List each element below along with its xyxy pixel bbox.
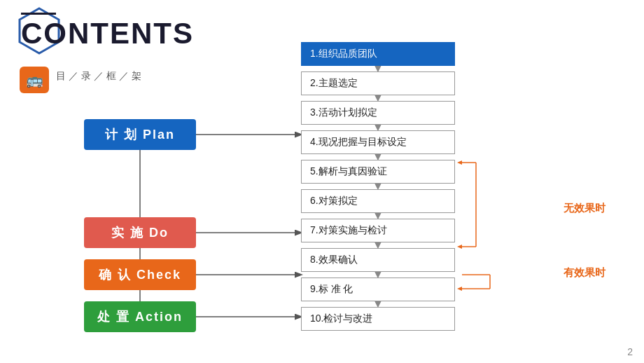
svg-marker-11 [457, 245, 462, 249]
flow-box-2: 2.主题选定 [301, 71, 455, 95]
header: CONTENTS [21, 13, 194, 48]
arrow-9-10: ▼ [301, 301, 455, 307]
flow-box-3: 3.活动计划拟定 [301, 101, 455, 125]
label-action: 处 置 Action [84, 301, 196, 332]
action-label: 处 置 Action [84, 301, 196, 332]
no-effect-label: 无效果时 [564, 202, 606, 215]
label-plan: 计 划 Plan [84, 119, 196, 150]
flow-box-6: 6.对策拟定 [301, 189, 455, 213]
flow-box-8: 8.效果确认 [301, 248, 455, 272]
arrow-1-2: ▼ [301, 66, 455, 71]
svg-marker-15 [457, 287, 462, 291]
flow-box-9: 9.标 准 化 [301, 278, 455, 301]
header-subtitle: 目／录／框／架 [56, 70, 144, 83]
flow-boxes: 1.组织品质团队 ▼ 2.主题选定 ▼ 3.活动计划拟定 ▼ 4.现况把握与目标… [301, 42, 455, 331]
page-number: 2 [627, 346, 633, 357]
arrow-6-7: ▼ [301, 213, 455, 219]
flow-box-1: 1.组织品质团队 [301, 42, 455, 66]
svg-marker-10 [457, 160, 462, 165]
label-do: 实 施 Do [84, 217, 196, 248]
flow-box-5: 5.解析与真因验证 [301, 160, 455, 184]
arrow-4-5: ▼ [301, 154, 455, 160]
header-line [21, 13, 56, 15]
plan-label: 计 划 Plan [84, 119, 196, 150]
label-check: 确 认 Check [84, 259, 196, 290]
arrow-7-8: ▼ [301, 242, 455, 248]
do-label: 实 施 Do [84, 217, 196, 248]
check-label: 确 认 Check [84, 259, 196, 290]
arrow-5-6: ▼ [301, 184, 455, 189]
flow-box-10: 10.检讨与改进 [301, 307, 455, 331]
arrow-2-3: ▼ [301, 95, 455, 101]
bus-icon: 🚌 [20, 67, 49, 93]
effect-label: 有效果时 [564, 266, 606, 280]
arrow-3-4: ▼ [301, 125, 455, 130]
header-title: CONTENTS [21, 19, 194, 48]
flow-box-4: 4.现况把握与目标设定 [301, 130, 455, 154]
arrow-8-9: ▼ [301, 272, 455, 278]
flow-box-7: 7.对策实施与检讨 [301, 219, 455, 242]
